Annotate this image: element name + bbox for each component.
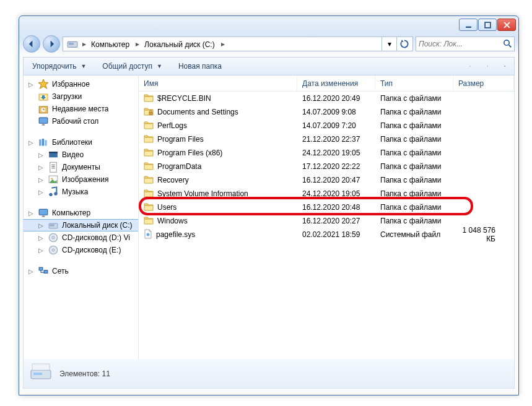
history-dropdown[interactable]: ▾ xyxy=(382,37,396,51)
expand-icon[interactable]: ▷ xyxy=(28,210,35,217)
close-button[interactable] xyxy=(497,19,516,31)
file-row[interactable]: System Volume Information24.12.2020 19:0… xyxy=(139,187,514,201)
preview-pane-button[interactable] xyxy=(482,61,493,72)
expand-icon[interactable]: ▷ xyxy=(38,189,45,196)
expand-icon[interactable]: ▷ xyxy=(38,235,45,241)
svg-rect-9 xyxy=(487,66,488,67)
view-options-button[interactable] xyxy=(464,61,476,72)
col-type[interactable]: Тип xyxy=(375,76,453,91)
file-row[interactable]: Program Files (x86)24.12.2020 19:05Папка… xyxy=(139,146,514,160)
minimize-button[interactable] xyxy=(459,19,477,31)
sidebar-libraries[interactable]: ▷Библиотеки xyxy=(24,136,138,149)
expand-icon[interactable]: ▷ xyxy=(38,152,45,158)
svg-point-24 xyxy=(49,192,52,196)
column-headers: Имя Дата изменения Тип Размер xyxy=(139,76,514,92)
sidebar-label: CD-дисковод (D:) Vi xyxy=(62,233,130,242)
expand-icon[interactable]: ▷ xyxy=(28,268,35,275)
sidebar-item-drive-d[interactable]: ▷CD-дисковод (D:) Vi xyxy=(24,231,138,244)
sidebar-section-favorites: ▷Избранное Загрузки Недавние места Рабоч… xyxy=(24,78,138,127)
svg-rect-35 xyxy=(44,270,48,274)
sidebar-item-music[interactable]: ▷Музыка xyxy=(24,186,138,198)
desktop-icon xyxy=(38,116,48,126)
sidebar-item-documents[interactable]: ▷Документы xyxy=(24,161,138,173)
forward-button[interactable] xyxy=(43,35,60,53)
breadcrumb-computer[interactable]: Компьютер xyxy=(88,37,134,51)
organize-label: Упорядочить xyxy=(32,62,76,71)
sidebar-item-desktop[interactable]: Рабочий стол xyxy=(24,115,138,127)
file-row[interactable]: Documents and Settings14.07.2009 9:08Пап… xyxy=(139,105,514,119)
expand-icon[interactable]: ▷ xyxy=(28,81,35,88)
libraries-icon xyxy=(38,137,48,147)
back-button[interactable] xyxy=(23,35,40,53)
sidebar-item-drive-e[interactable]: ▷CD-дисковод (E:) xyxy=(24,244,138,256)
file-row[interactable]: Program Files21.12.2020 22:37Папка с фай… xyxy=(139,132,514,146)
pictures-icon xyxy=(48,175,58,184)
file-date: 16.12.2020 20:47 xyxy=(297,176,375,184)
sidebar-item-drive-c[interactable]: ▷Локальный диск (C:) xyxy=(24,219,138,231)
sidebar-item-pictures[interactable]: ▷Изображения xyxy=(24,173,138,186)
search-box[interactable] xyxy=(416,37,515,51)
expand-icon[interactable]: ▷ xyxy=(38,247,45,254)
folder-icon xyxy=(144,148,154,158)
newfolder-button[interactable]: Новая папка xyxy=(173,61,227,72)
file-row[interactable]: ProgramData17.12.2020 22:22Папка с файла… xyxy=(139,160,514,173)
search-icon[interactable] xyxy=(503,39,512,49)
folder-icon xyxy=(144,107,154,118)
chevron-right-icon[interactable]: ▸ xyxy=(134,40,141,48)
share-menu[interactable]: Общий доступ▼ xyxy=(97,61,167,72)
status-text: Элементов: 11 xyxy=(59,369,110,378)
col-size[interactable]: Размер xyxy=(453,76,514,91)
folder-icon xyxy=(144,216,154,227)
sidebar-favorites[interactable]: ▷Избранное xyxy=(24,78,138,90)
chevron-right-icon[interactable]: ▸ xyxy=(219,40,227,48)
newfolder-label: Новая папка xyxy=(178,62,222,71)
sidebar-item-video[interactable]: ▷Видео xyxy=(24,149,138,161)
file-type: Папка с файлами xyxy=(375,149,453,157)
sidebar-computer[interactable]: ▷Компьютер xyxy=(24,207,138,219)
sidebar-section-computer: ▷Компьютер ▷Локальный диск (C:) ▷CD-диск… xyxy=(24,207,138,256)
folder-icon xyxy=(144,202,154,213)
file-type: Папка с файлами xyxy=(375,108,453,116)
col-label: Имя xyxy=(144,79,158,88)
file-icon xyxy=(144,229,152,241)
svg-rect-21 xyxy=(50,162,57,172)
computer-icon xyxy=(38,208,48,218)
chevron-down-icon: ▼ xyxy=(81,63,86,69)
titlebar[interactable] xyxy=(19,16,518,33)
sidebar-label: Сеть xyxy=(52,267,69,275)
col-date[interactable]: Дата изменения xyxy=(297,76,375,91)
sidebar-network[interactable]: ▷Сеть xyxy=(24,265,138,277)
expand-icon[interactable]: ▷ xyxy=(28,139,35,146)
folder-icon xyxy=(144,134,154,145)
file-row[interactable]: PerfLogs14.07.2009 7:20Папка с файлами xyxy=(139,119,514,132)
file-row[interactable]: $RECYCLE.BIN16.12.2020 20:49Папка с файл… xyxy=(139,92,514,105)
col-name[interactable]: Имя xyxy=(139,76,297,91)
svg-rect-16 xyxy=(39,139,41,145)
sidebar-label: Локальный диск (C:) xyxy=(62,221,133,230)
folder-icon xyxy=(144,175,154,186)
breadcrumb-drive-c[interactable]: Локальный диск (C:) xyxy=(141,37,219,51)
sidebar-item-downloads[interactable]: Загрузки xyxy=(24,90,138,103)
organize-menu[interactable]: Упорядочить▼ xyxy=(27,61,91,72)
folder-icon xyxy=(144,121,154,131)
file-row[interactable]: Users16.12.2020 20:48Папка с файлами xyxy=(139,201,514,214)
file-date: 21.12.2020 22:37 xyxy=(297,135,375,144)
sidebar-label: Документы xyxy=(62,163,100,171)
expand-icon[interactable]: ▷ xyxy=(38,222,45,229)
sidebar-item-recent[interactable]: Недавние места xyxy=(24,103,138,115)
chevron-right-icon[interactable]: ▸ xyxy=(81,40,88,48)
file-row[interactable]: Recovery16.12.2020 20:47Папка с файлами xyxy=(139,173,514,187)
file-row[interactable]: pagefile.sys02.02.2021 18:59Системный фа… xyxy=(139,228,514,241)
svg-point-37 xyxy=(147,233,150,236)
file-name: pagefile.sys xyxy=(156,230,195,239)
search-input[interactable] xyxy=(419,40,503,48)
refresh-button[interactable] xyxy=(396,37,411,51)
help-button[interactable]: ? xyxy=(499,61,510,72)
address-bar[interactable]: ▸ Компьютер ▸ Локальный диск (C:) ▸ ▾ xyxy=(63,37,413,51)
expand-icon[interactable]: ▷ xyxy=(38,176,45,183)
maximize-button[interactable] xyxy=(478,19,497,31)
expand-icon[interactable]: ▷ xyxy=(38,164,45,171)
file-type: Системный файл xyxy=(375,230,453,239)
file-date: 16.12.2020 20:48 xyxy=(297,203,375,212)
file-list: Имя Дата изменения Тип Размер $RECYCLE.B… xyxy=(139,76,514,359)
